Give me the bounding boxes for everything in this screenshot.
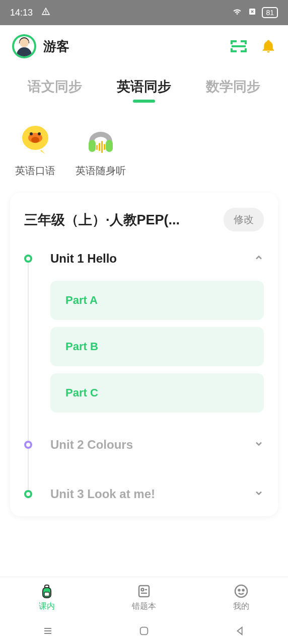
nav-course-label: 课内 [39, 601, 55, 612]
svg-rect-11 [104, 144, 105, 150]
nav-mine-label: 我的 [233, 601, 249, 612]
course-card: 三年级（上）·人教PEP(... 修改 Unit 1 Hello Part A … [10, 193, 278, 516]
nav-mistakes[interactable]: 错题本 [132, 583, 156, 612]
notebook-icon [136, 583, 152, 599]
svg-point-21 [243, 590, 244, 591]
svg-rect-14 [44, 592, 49, 596]
card-title: 三年级（上）·人教PEP(... [24, 211, 180, 229]
tab-math[interactable]: 数学同步 [204, 72, 262, 101]
app-header: 游客 [0, 25, 288, 67]
svg-rect-9 [99, 143, 100, 151]
feature-listening[interactable]: 英语随身听 [76, 121, 126, 178]
speaking-icon [17, 121, 53, 157]
unit-item-2: Unit 2 Colours [24, 438, 264, 452]
card-header: 三年级（上）·人教PEP(... 修改 [24, 208, 264, 231]
status-left: 14:13 [10, 7, 51, 19]
home-button[interactable] [137, 624, 151, 638]
modify-button[interactable]: 修改 [224, 208, 264, 231]
headphones-icon [83, 121, 119, 157]
tab-chinese[interactable]: 语文同步 [26, 72, 84, 101]
unit-dot [24, 441, 32, 449]
features-row: 英语口语 英语随身听 [0, 111, 288, 193]
unit-3-title: Unit 3 Look at me! [50, 487, 155, 501]
svg-rect-7 [89, 140, 96, 152]
nav-mine[interactable]: 我的 [233, 583, 249, 612]
nav-course[interactable]: 课内 [39, 583, 55, 612]
parts-list: Part A Part B Part C [50, 281, 264, 413]
subject-tabs: 语文同步 英语同步 数学同步 [0, 67, 288, 111]
unit-dot [24, 490, 32, 498]
svg-rect-15 [139, 586, 149, 597]
svg-rect-8 [106, 140, 113, 152]
avatar[interactable] [12, 34, 36, 58]
backpack-icon [39, 583, 55, 599]
unit-1-header[interactable]: Unit 1 Hello [50, 252, 264, 266]
scan-icon[interactable] [231, 39, 247, 53]
status-bar: 14:13 81 [0, 0, 288, 25]
svg-rect-25 [140, 627, 148, 635]
unit-2-header[interactable]: Unit 2 Colours [50, 438, 264, 452]
warning-icon [41, 7, 51, 19]
svg-point-16 [141, 589, 143, 591]
menu-button[interactable] [41, 624, 55, 638]
part-a[interactable]: Part A [50, 281, 264, 320]
feature-speaking[interactable]: 英语口语 [15, 121, 55, 178]
back-button[interactable] [233, 624, 247, 638]
bell-icon[interactable] [261, 39, 276, 54]
svg-point-19 [235, 585, 247, 597]
feature-listening-label: 英语随身听 [76, 164, 126, 178]
unit-dot [24, 255, 32, 263]
unit-3-header[interactable]: Unit 3 Look at me! [50, 487, 264, 501]
profile-icon [233, 583, 249, 599]
chevron-down-icon [254, 488, 264, 500]
unit-item-1: Unit 1 Hello Part A Part B Part C [24, 252, 264, 413]
chevron-up-icon [254, 253, 264, 265]
svg-point-20 [239, 590, 240, 591]
part-b[interactable]: Part B [50, 327, 264, 366]
header-left: 游客 [12, 34, 69, 58]
unit-1-title: Unit 1 Hello [50, 252, 117, 266]
nav-mistakes-label: 错题本 [132, 601, 156, 612]
svg-point-5 [38, 132, 41, 135]
tab-english[interactable]: 英语同步 [115, 72, 173, 101]
wifi-icon [232, 7, 243, 18]
status-time: 14:13 [10, 8, 33, 18]
status-right: 81 [232, 7, 278, 18]
svg-rect-1 [232, 45, 246, 47]
system-nav [0, 618, 288, 644]
svg-rect-10 [101, 141, 103, 153]
unit-list: Unit 1 Hello Part A Part B Part C Unit 2… [24, 252, 264, 501]
chevron-down-icon [254, 439, 264, 451]
svg-point-4 [30, 132, 33, 135]
username-label: 游客 [43, 38, 69, 55]
sim-icon [248, 7, 257, 18]
svg-point-6 [31, 137, 39, 143]
part-c[interactable]: Part C [50, 373, 264, 413]
svg-rect-12 [96, 145, 98, 150]
battery-indicator: 81 [262, 7, 278, 18]
unit-2-title: Unit 2 Colours [50, 438, 133, 452]
bottom-nav: 课内 错题本 我的 [0, 577, 288, 618]
unit-item-3: Unit 3 Look at me! [24, 487, 264, 501]
header-right [231, 39, 276, 54]
feature-speaking-label: 英语口语 [15, 164, 55, 178]
